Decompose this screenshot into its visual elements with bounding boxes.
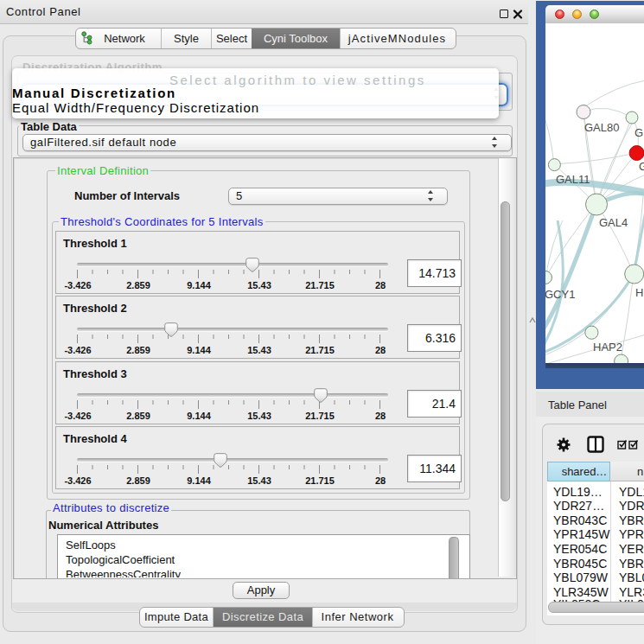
- svg-text:H: H: [635, 286, 643, 299]
- svg-text:GAL80: GAL80: [584, 121, 619, 134]
- svg-text:GCY1: GCY1: [545, 288, 575, 301]
- svg-text:G: G: [634, 126, 643, 139]
- svg-text:HAP2: HAP2: [593, 341, 622, 354]
- svg-text:GAL11: GAL11: [556, 173, 590, 186]
- svg-text:GAL4: GAL4: [599, 216, 628, 229]
- svg-text:G: G: [639, 160, 644, 173]
